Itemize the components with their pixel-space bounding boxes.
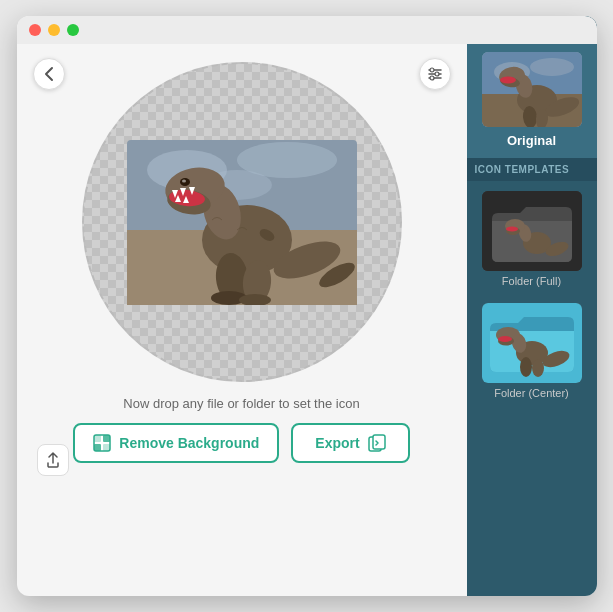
back-button[interactable] xyxy=(33,58,65,90)
svg-point-61 xyxy=(498,336,512,342)
folder-full-thumbnail xyxy=(482,191,582,271)
export-button[interactable]: Export xyxy=(291,423,409,463)
minimize-button[interactable] xyxy=(48,24,60,36)
drop-hint-text: Now drop any file or folder to set the i… xyxy=(37,396,447,411)
share-button[interactable] xyxy=(37,444,69,476)
sidebar-template-folder-center[interactable]: Folder (Center) xyxy=(467,293,597,405)
svg-rect-36 xyxy=(373,435,385,449)
bottom-buttons: Remove Background Export xyxy=(37,423,447,463)
export-label: Export xyxy=(315,435,359,451)
svg-point-22 xyxy=(182,179,186,182)
main-area: Now drop any file or folder to set the i… xyxy=(17,16,467,596)
remove-background-button[interactable]: Remove Background xyxy=(73,423,279,463)
original-thumbnail xyxy=(482,52,582,127)
folder-center-label: Folder (Center) xyxy=(494,387,569,399)
sidebar: Original ICON TEMPLATES xyxy=(467,16,597,596)
sidebar-original-item[interactable]: Original xyxy=(467,44,597,158)
app-window: Now drop any file or folder to set the i… xyxy=(17,16,597,596)
svg-point-5 xyxy=(430,76,434,80)
svg-point-64 xyxy=(532,359,544,377)
svg-point-54 xyxy=(506,227,518,232)
svg-point-4 xyxy=(435,72,439,76)
close-button[interactable] xyxy=(29,24,41,36)
title-bar xyxy=(17,16,597,44)
folder-full-label: Folder (Full) xyxy=(502,275,561,287)
remove-background-label: Remove Background xyxy=(119,435,259,451)
folder-center-thumbnail xyxy=(482,303,582,383)
svg-point-40 xyxy=(530,58,574,76)
svg-point-3 xyxy=(430,68,434,72)
svg-point-63 xyxy=(520,357,532,377)
preview-circle xyxy=(82,62,402,382)
original-label: Original xyxy=(507,133,556,148)
svg-point-45 xyxy=(500,77,516,84)
settings-button[interactable] xyxy=(419,58,451,90)
sidebar-template-folder-full[interactable]: Folder (Full) xyxy=(467,181,597,293)
maximize-button[interactable] xyxy=(67,24,79,36)
templates-section-header: ICON TEMPLATES xyxy=(467,158,597,181)
